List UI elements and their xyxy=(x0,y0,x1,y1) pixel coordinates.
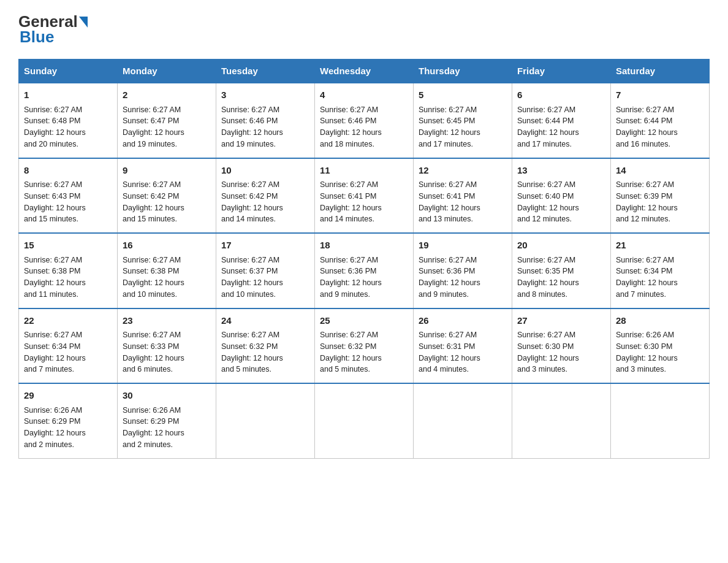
day-cell: 17Sunrise: 6:27 AMSunset: 6:37 PMDayligh… xyxy=(216,233,315,308)
day-cell: 9Sunrise: 6:27 AMSunset: 6:42 PMDaylight… xyxy=(118,158,216,234)
day-number: 24 xyxy=(221,314,309,328)
day-number: 23 xyxy=(123,314,211,328)
day-cell: 27Sunrise: 6:27 AMSunset: 6:30 PMDayligh… xyxy=(512,308,611,384)
day-number: 18 xyxy=(320,239,408,253)
daylight-minutes: and 12 minutes. xyxy=(517,215,572,223)
header-row: SundayMondayTuesdayWednesdayThursdayFrid… xyxy=(19,59,710,83)
daylight-minutes: and 17 minutes. xyxy=(419,140,473,148)
daylight-label: Daylight: 12 hours xyxy=(616,354,678,362)
sunrise-text: Sunrise: 6:27 AM xyxy=(517,256,575,264)
daylight-minutes: and 18 minutes. xyxy=(320,140,374,148)
daylight-label: Daylight: 12 hours xyxy=(221,128,283,137)
daylight-minutes: and 14 minutes. xyxy=(320,215,374,223)
day-cell: 7Sunrise: 6:27 AMSunset: 6:44 PMDaylight… xyxy=(611,83,710,158)
day-cell xyxy=(414,383,512,458)
daylight-label: Daylight: 12 hours xyxy=(24,204,86,212)
logo: General Blue xyxy=(18,12,88,47)
day-cell: 26Sunrise: 6:27 AMSunset: 6:31 PMDayligh… xyxy=(414,308,512,384)
sunset-text: Sunset: 6:45 PM xyxy=(419,117,475,125)
day-cell: 13Sunrise: 6:27 AMSunset: 6:40 PMDayligh… xyxy=(512,158,611,234)
sunrise-text: Sunrise: 6:27 AM xyxy=(616,105,674,114)
daylight-label: Daylight: 12 hours xyxy=(616,128,678,137)
daylight-label: Daylight: 12 hours xyxy=(517,204,579,212)
day-number: 12 xyxy=(419,164,507,178)
header-cell-thursday: Thursday xyxy=(414,59,512,83)
day-cell: 19Sunrise: 6:27 AMSunset: 6:36 PMDayligh… xyxy=(414,233,512,308)
sunset-text: Sunset: 6:37 PM xyxy=(221,267,278,275)
daylight-minutes: and 19 minutes. xyxy=(221,140,276,148)
sunrise-text: Sunrise: 6:27 AM xyxy=(24,105,82,114)
day-number: 15 xyxy=(24,239,112,253)
day-number: 16 xyxy=(123,239,211,253)
day-number: 8 xyxy=(24,164,112,178)
daylight-label: Daylight: 12 hours xyxy=(123,204,184,212)
sunset-text: Sunset: 6:41 PM xyxy=(419,192,475,201)
day-cell: 21Sunrise: 6:27 AMSunset: 6:34 PMDayligh… xyxy=(611,233,710,308)
daylight-minutes: and 19 minutes. xyxy=(123,140,177,148)
week-row-5: 29Sunrise: 6:26 AMSunset: 6:29 PMDayligh… xyxy=(19,383,710,458)
sunset-text: Sunset: 6:43 PM xyxy=(24,192,80,201)
day-cell: 8Sunrise: 6:27 AMSunset: 6:43 PMDaylight… xyxy=(19,158,118,234)
daylight-minutes: and 10 minutes. xyxy=(123,290,177,299)
daylight-minutes: and 5 minutes. xyxy=(221,365,271,373)
sunrise-text: Sunrise: 6:27 AM xyxy=(320,256,378,264)
day-number: 9 xyxy=(123,164,211,178)
day-number: 17 xyxy=(221,239,309,253)
daylight-label: Daylight: 12 hours xyxy=(616,204,678,212)
day-number: 20 xyxy=(517,239,605,253)
day-cell: 12Sunrise: 6:27 AMSunset: 6:41 PMDayligh… xyxy=(414,158,512,234)
day-number: 27 xyxy=(517,314,605,328)
daylight-minutes: and 20 minutes. xyxy=(24,140,78,148)
header-cell-friday: Friday xyxy=(512,59,611,83)
day-number: 5 xyxy=(419,88,507,102)
day-cell: 29Sunrise: 6:26 AMSunset: 6:29 PMDayligh… xyxy=(19,383,118,458)
day-number: 2 xyxy=(123,88,211,102)
sunset-text: Sunset: 6:38 PM xyxy=(123,267,179,275)
sunset-text: Sunset: 6:30 PM xyxy=(517,342,574,351)
daylight-label: Daylight: 12 hours xyxy=(123,278,184,287)
day-number: 1 xyxy=(24,88,112,102)
sunrise-text: Sunrise: 6:27 AM xyxy=(123,331,181,339)
daylight-label: Daylight: 12 hours xyxy=(123,429,184,437)
day-cell xyxy=(315,383,414,458)
day-cell: 4Sunrise: 6:27 AMSunset: 6:46 PMDaylight… xyxy=(315,83,414,158)
sunset-text: Sunset: 6:35 PM xyxy=(517,267,574,275)
sunrise-text: Sunrise: 6:27 AM xyxy=(123,105,181,114)
daylight-label: Daylight: 12 hours xyxy=(24,128,86,137)
day-number: 28 xyxy=(616,314,704,328)
sunset-text: Sunset: 6:39 PM xyxy=(616,192,672,201)
sunrise-text: Sunrise: 6:27 AM xyxy=(221,180,279,189)
daylight-minutes: and 2 minutes. xyxy=(123,440,173,449)
sunrise-text: Sunrise: 6:26 AM xyxy=(616,331,674,339)
sunset-text: Sunset: 6:44 PM xyxy=(616,117,672,125)
week-row-1: 1Sunrise: 6:27 AMSunset: 6:48 PMDaylight… xyxy=(19,83,710,158)
sunrise-text: Sunrise: 6:27 AM xyxy=(123,180,181,189)
day-cell: 10Sunrise: 6:27 AMSunset: 6:42 PMDayligh… xyxy=(216,158,315,234)
daylight-label: Daylight: 12 hours xyxy=(517,128,579,137)
header-cell-wednesday: Wednesday xyxy=(315,59,414,83)
sunset-text: Sunset: 6:44 PM xyxy=(517,117,574,125)
sunset-text: Sunset: 6:31 PM xyxy=(419,342,475,351)
sunset-text: Sunset: 6:46 PM xyxy=(320,117,376,125)
sunrise-text: Sunrise: 6:27 AM xyxy=(221,105,279,114)
day-cell: 23Sunrise: 6:27 AMSunset: 6:33 PMDayligh… xyxy=(118,308,216,384)
day-cell: 14Sunrise: 6:27 AMSunset: 6:39 PMDayligh… xyxy=(611,158,710,234)
week-row-3: 15Sunrise: 6:27 AMSunset: 6:38 PMDayligh… xyxy=(19,233,710,308)
daylight-minutes: and 13 minutes. xyxy=(419,215,473,223)
day-cell: 20Sunrise: 6:27 AMSunset: 6:35 PMDayligh… xyxy=(512,233,611,308)
sunrise-text: Sunrise: 6:27 AM xyxy=(419,105,477,114)
day-cell: 6Sunrise: 6:27 AMSunset: 6:44 PMDaylight… xyxy=(512,83,611,158)
daylight-label: Daylight: 12 hours xyxy=(419,204,480,212)
sunrise-text: Sunrise: 6:27 AM xyxy=(221,256,279,264)
sunrise-text: Sunrise: 6:27 AM xyxy=(123,256,181,264)
day-number: 22 xyxy=(24,314,112,328)
page-header: General Blue xyxy=(18,12,710,47)
sunset-text: Sunset: 6:33 PM xyxy=(123,342,179,351)
daylight-minutes: and 12 minutes. xyxy=(616,215,670,223)
daylight-label: Daylight: 12 hours xyxy=(320,204,382,212)
daylight-minutes: and 10 minutes. xyxy=(221,290,276,299)
sunset-text: Sunset: 6:30 PM xyxy=(616,342,672,351)
daylight-minutes: and 7 minutes. xyxy=(616,290,666,299)
daylight-minutes: and 14 minutes. xyxy=(221,215,276,223)
day-number: 19 xyxy=(419,239,507,253)
